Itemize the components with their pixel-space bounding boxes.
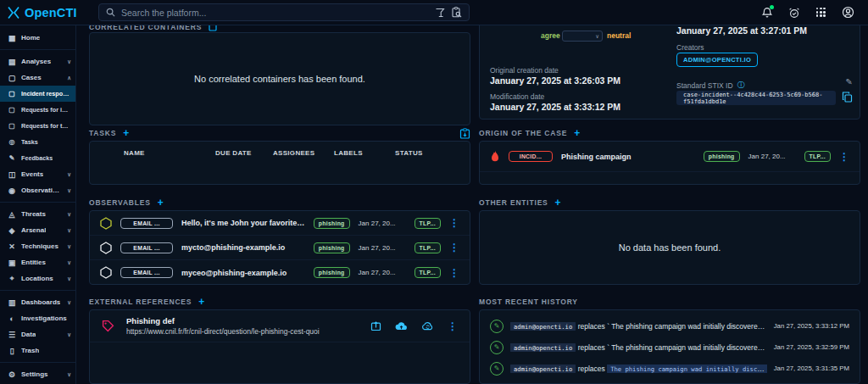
marking-chip[interactable]: TLP...: [415, 267, 441, 278]
sidebar-item-analyses[interactable]: ▤ Analyses ∨: [0, 53, 75, 70]
origin-entity-name: Phishing campaign: [561, 153, 695, 161]
observable-row[interactable]: EMAIL ... mycto@phishing-example.io phis…: [90, 236, 470, 260]
history-timestamp: Jan 27, 2025, 3:32:59 PM: [774, 343, 849, 351]
label-chip[interactable]: phishing: [314, 242, 350, 253]
history-row[interactable]: ✎ admin@opencti.io replaces The phishing…: [480, 379, 860, 384]
sidebar-divider: [0, 49, 75, 50]
other-entities-empty-text: No data has been found.: [480, 211, 860, 284]
sidebar-item-observations[interactable]: ◉ Observations ∨: [0, 182, 75, 198]
observable-row[interactable]: EMAIL ... myceo@phishing-example.io phis…: [90, 260, 470, 285]
copy-icon[interactable]: [842, 92, 853, 103]
other-entities-header: Other entities +: [479, 198, 860, 208]
label-chip[interactable]: phishing: [314, 218, 350, 229]
observable-type-chip[interactable]: EMAIL ...: [120, 218, 173, 229]
bulk-search-icon[interactable]: [451, 7, 462, 18]
column-status[interactable]: Status: [395, 149, 461, 157]
observable-row[interactable]: EMAIL ... Hello, it's me John your favor…: [90, 211, 470, 236]
observable-hexagon-icon: [100, 242, 112, 254]
account-icon[interactable]: [842, 6, 854, 19]
info-icon[interactable]: ⓘ: [737, 80, 745, 91]
sidebar-item-settings[interactable]: ⚙ Settings ∨: [0, 366, 75, 382]
external-reference-actions: ⋮: [370, 320, 458, 331]
add-external-reference-button[interactable]: +: [198, 298, 204, 306]
apply-case-template-icon[interactable]: [459, 128, 470, 139]
sidebar-item-home[interactable]: ▦ Home: [0, 30, 75, 46]
sidebar-item-dashboards[interactable]: ▥ Dashboards ∨: [0, 294, 75, 310]
feedbacks-icon: ✎: [8, 154, 16, 162]
marking-chip[interactable]: TLP...: [804, 151, 831, 162]
history-user-chip: admin@opencti.io: [510, 322, 576, 331]
sidebar-item-trash[interactable]: ▯ Trash: [0, 342, 75, 359]
sidebar-item-arsenal[interactable]: ◈ Arsenal ∨: [0, 222, 75, 238]
opinion-select[interactable]: ∨: [562, 31, 603, 42]
entity-type-chip[interactable]: INCID...: [509, 151, 553, 162]
origin-row[interactable]: INCID... Phishing campaign phishing Jan …: [480, 142, 860, 172]
open-in-platform-icon[interactable]: [370, 320, 381, 331]
chevron-down-icon: ∨: [67, 58, 71, 65]
cloud-refresh-icon[interactable]: [421, 321, 434, 331]
column-name[interactable]: Name: [124, 149, 215, 157]
sidebar-item-data[interactable]: ☰ Data ∨: [0, 326, 75, 342]
tasks-table-header: Name Due date Assignees Labels Status: [90, 142, 470, 157]
marking-chip[interactable]: TLP...: [415, 242, 441, 253]
column-labels[interactable]: Labels: [334, 149, 395, 157]
add-origin-button[interactable]: +: [574, 129, 580, 137]
notifications-bell-icon[interactable]: [760, 6, 773, 19]
label-chip[interactable]: phishing: [314, 267, 350, 278]
chevron-down-icon: ∨: [67, 275, 71, 282]
label-chip[interactable]: phishing: [704, 151, 740, 162]
sidebar-item-threats[interactable]: ◬ Threats ∨: [0, 206, 75, 222]
search-input[interactable]: [121, 8, 429, 18]
tasks-panel: Name Due date Assignees Labels Status: [89, 141, 470, 185]
filters-icon[interactable]: [435, 8, 445, 18]
sidebar-item-techniques[interactable]: ✕ Techniques ∨: [0, 238, 75, 254]
marking-chip[interactable]: TLP...: [415, 218, 441, 229]
search-icon: [106, 8, 115, 17]
external-reference-row[interactable]: Phishing def https://www.cnil.fr/fr/cnil…: [90, 310, 470, 342]
row-menu-icon[interactable]: ⋮: [448, 322, 458, 331]
row-menu-icon[interactable]: ⋮: [839, 153, 849, 161]
other-entities-title: Other entities: [479, 198, 548, 207]
sidebar-item-incident-responses[interactable]: ▢ Incident respons...: [0, 86, 75, 102]
edit-operation-icon: ✎: [490, 341, 504, 354]
left-sidebar: ▦ Home ▤ Analyses ∨ ▢ Cases ∧ ▢ Incident…: [0, 25, 76, 384]
sidebar-item-locations[interactable]: ⌖ Locations ∨: [0, 270, 75, 287]
add-entity-button[interactable]: +: [555, 198, 561, 207]
row-menu-icon[interactable]: ⋮: [449, 219, 459, 227]
observable-hexagon-icon: [100, 217, 112, 230]
sidebar-item-feedbacks[interactable]: ✎ Feedbacks: [0, 150, 75, 166]
add-task-button[interactable]: +: [123, 129, 129, 137]
sidebar-item-requests-for-information[interactable]: ▢ Requests for info...: [0, 102, 75, 118]
history-message: admin@opencti.io replaces The phishing c…: [510, 365, 767, 373]
incident-fire-icon: [490, 150, 500, 163]
sidebar-item-requests-for-takedown[interactable]: ▢ Requests for tak...: [0, 118, 75, 134]
external-reference-name: Phishing def: [126, 316, 359, 326]
opinion-agree-label: agree: [541, 31, 560, 40]
sidebar-item-events[interactable]: ◫ Events ∨: [0, 166, 75, 182]
add-observable-button[interactable]: +: [158, 198, 164, 207]
edit-pencil-icon[interactable]: ✎: [846, 77, 853, 86]
sidebar-item-cases[interactable]: ▢ Cases ∧: [0, 70, 75, 86]
history-row[interactable]: ✎ admin@opencti.io replaces The phishing…: [480, 358, 860, 379]
history-row[interactable]: ✎ admin@opencti.io replaces ` The phishi…: [480, 315, 860, 337]
sidebar-item-entities[interactable]: ▣ Entities ∨: [0, 254, 75, 270]
search-bar[interactable]: [98, 3, 470, 21]
column-due-date[interactable]: Due date: [215, 149, 273, 157]
entities-icon: ▣: [8, 259, 16, 267]
cloud-upload-icon[interactable]: [395, 321, 408, 331]
observable-type-chip[interactable]: EMAIL ...: [120, 267, 173, 278]
observable-date: Jan 27, 20...: [359, 244, 406, 252]
tasks-header: Tasks +: [89, 128, 470, 138]
observable-type-chip[interactable]: EMAIL ...: [120, 242, 173, 253]
opencti-logo[interactable]: OpenCTI: [0, 6, 85, 19]
column-assignees[interactable]: Assignees: [273, 149, 334, 157]
creator-chip[interactable]: ADMIN@OPENCTI.IO: [676, 53, 758, 67]
sidebar-item-investigations[interactable]: ◐ Investigations: [0, 310, 75, 326]
history-row[interactable]: ✎ admin@opencti.io replaces ` The phishi…: [480, 337, 860, 358]
apps-grid-icon[interactable]: [815, 6, 827, 19]
row-menu-icon[interactable]: ⋮: [449, 269, 459, 277]
row-menu-icon[interactable]: ⋮: [449, 243, 459, 252]
drafts-check-icon[interactable]: [787, 6, 800, 19]
sidebar-item-tasks[interactable]: ◎ Tasks: [0, 134, 75, 150]
investigations-icon: ◐: [8, 314, 16, 323]
